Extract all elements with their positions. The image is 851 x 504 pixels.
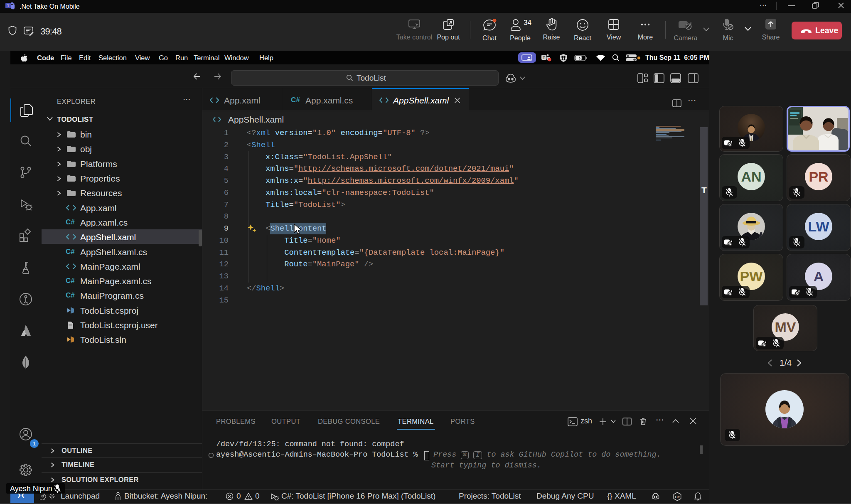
svg-text:T: T bbox=[543, 56, 545, 60]
svg-text:C#: C# bbox=[675, 495, 680, 499]
svg-text:T: T bbox=[7, 4, 10, 8]
